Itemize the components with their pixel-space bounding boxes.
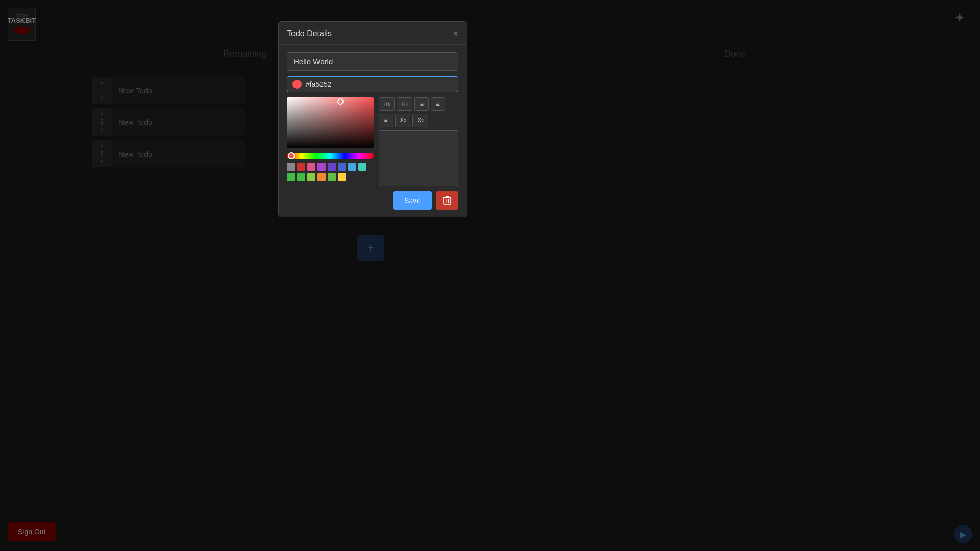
swatch[interactable] — [317, 173, 326, 181]
color-preview-dot — [292, 80, 302, 89]
swatch[interactable] — [307, 163, 315, 171]
todo-details-modal: Todo Details × — [278, 21, 467, 217]
toolbar-row-2: ≡ X2 X2 — [379, 114, 458, 127]
align-button[interactable]: ≡ — [379, 114, 393, 127]
unordered-list-button[interactable]: ≡ — [414, 97, 429, 111]
color-picker-area[interactable] — [287, 97, 374, 181]
svg-rect-4 — [446, 196, 449, 197]
color-picker — [287, 97, 374, 186]
swatch[interactable] — [297, 173, 305, 181]
swatch[interactable] — [338, 173, 346, 181]
swatch[interactable] — [297, 163, 305, 171]
swatch[interactable] — [328, 173, 336, 181]
swatch[interactable] — [287, 173, 295, 181]
modal-header: Todo Details × — [279, 22, 467, 45]
superscript-button[interactable]: X2 — [395, 114, 410, 127]
heading3-button[interactable]: H3 — [379, 97, 395, 111]
svg-rect-1 — [446, 199, 447, 203]
toolbar-row-1: H3 H4 ≡ ≡. — [379, 97, 458, 111]
todo-title-input[interactable] — [287, 52, 458, 71]
modal-two-col: H3 H4 ≡ ≡. ≡ X2 X2 — [287, 97, 458, 186]
modal-overlay — [0, 0, 980, 551]
svg-rect-2 — [448, 199, 449, 203]
delete-button[interactable] — [436, 191, 458, 210]
subscript-button[interactable]: X2 — [412, 114, 428, 127]
swatch[interactable] — [328, 163, 336, 171]
modal-title: Todo Details — [287, 29, 332, 38]
svg-rect-3 — [443, 197, 451, 198]
swatch[interactable] — [287, 163, 295, 171]
heading4-button[interactable]: H4 — [397, 97, 412, 111]
swatch[interactable] — [358, 163, 366, 171]
text-editor-area[interactable] — [379, 130, 458, 186]
modal-close-button[interactable]: × — [453, 29, 458, 38]
color-input-row[interactable] — [287, 76, 458, 92]
svg-rect-0 — [444, 198, 451, 204]
swatch[interactable] — [338, 163, 346, 171]
ordered-list-button[interactable]: ≡. — [431, 97, 445, 111]
save-button[interactable]: Save — [393, 191, 432, 210]
swatch[interactable] — [307, 173, 315, 181]
swatch[interactable] — [317, 163, 326, 171]
text-editor-panel: H3 H4 ≡ ≡. ≡ X2 X2 — [379, 97, 458, 186]
color-gradient-box[interactable] — [287, 97, 374, 148]
hue-handle[interactable] — [288, 152, 295, 159]
swatch[interactable] — [348, 163, 356, 171]
modal-actions: Save — [287, 191, 458, 210]
hue-slider[interactable] — [287, 153, 374, 159]
modal-body: H3 H4 ≡ ≡. ≡ X2 X2 Save — [279, 45, 467, 217]
color-hex-input[interactable] — [306, 80, 453, 88]
color-swatches — [287, 163, 374, 181]
color-picker-handle[interactable] — [337, 98, 344, 105]
trash-icon — [443, 196, 451, 205]
